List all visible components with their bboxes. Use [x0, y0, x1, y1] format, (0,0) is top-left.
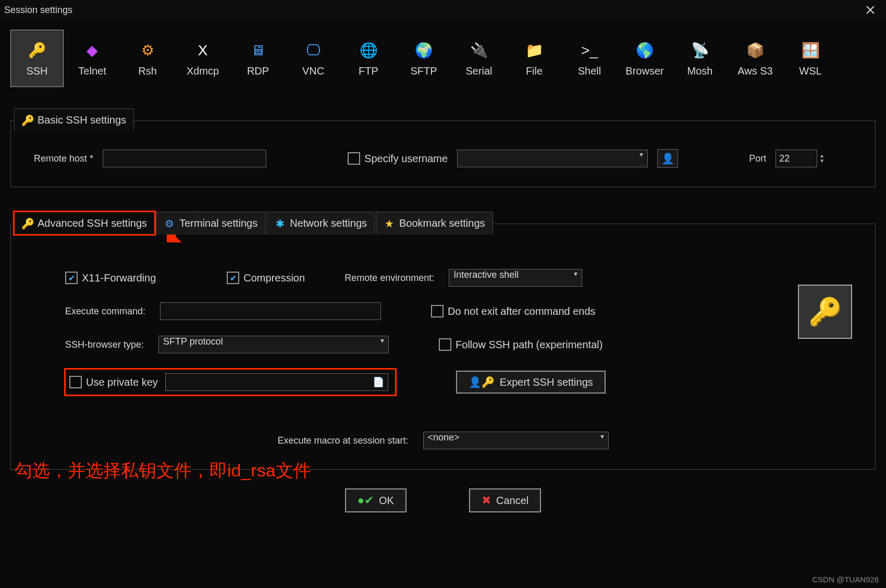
protocol-sftp[interactable]: 🌍SFTP — [397, 30, 450, 87]
protocol-icon: 🔑 — [27, 40, 47, 61]
tab-advanced-ssh[interactable]: 🔑 Advanced SSH settings — [14, 212, 155, 235]
checkbox-icon — [227, 272, 239, 284]
protocol-label: RDP — [247, 65, 269, 77]
protocol-label: Mosh — [687, 65, 713, 77]
protocol-vnc[interactable]: 🖵VNC — [287, 30, 340, 87]
remote-env-label: Remote environment: — [344, 273, 434, 284]
key-illustration: 🔑 — [798, 285, 852, 339]
credentials-button[interactable]: 👤 — [657, 149, 678, 168]
compression-checkbox[interactable]: Compression — [227, 272, 305, 284]
specify-username-checkbox[interactable]: Specify username — [348, 152, 448, 165]
execute-command-input[interactable] — [160, 302, 381, 320]
file-icon[interactable]: 📄 — [373, 376, 384, 388]
advanced-group: 🔑 Advanced SSH settings ⚙ Terminal setti… — [10, 224, 876, 470]
protocol-file[interactable]: 📁File — [508, 30, 561, 87]
protocol-icon: 🌐 — [358, 40, 379, 61]
protocol-icon: 📦 — [745, 40, 766, 61]
tab-network-settings[interactable]: ✱ Network settings — [266, 212, 375, 235]
execute-command-label: Execute command: — [65, 306, 145, 317]
checkbox-icon — [69, 376, 82, 388]
user-key-icon: 👤🔑 — [469, 376, 495, 388]
checkbox-icon — [348, 152, 360, 165]
protocol-ftp[interactable]: 🌐FTP — [342, 30, 395, 87]
protocol-icon: X — [192, 40, 213, 61]
user-key-icon: 👤 — [661, 152, 674, 165]
protocol-icon: 🖥 — [248, 40, 268, 61]
network-icon: ✱ — [274, 218, 286, 229]
protocol-wsl[interactable]: 🪟WSL — [784, 30, 837, 87]
window-title: Session settings — [4, 5, 72, 16]
basic-ssh-group: 🔑 Basic SSH settings Remote host * Speci… — [10, 120, 876, 187]
execute-macro-label: Execute macro at session start: — [277, 435, 408, 446]
protocol-telnet[interactable]: ◆Telnet — [66, 30, 119, 87]
no-exit-checkbox[interactable]: Do not exit after command ends — [431, 305, 595, 317]
tab-label: Basic SSH settings — [38, 114, 126, 126]
remote-host-label: Remote host * — [34, 153, 93, 164]
protocol-rsh[interactable]: ⚙Rsh — [121, 30, 174, 87]
checkbox-icon — [439, 338, 451, 351]
close-button[interactable] — [859, 2, 882, 18]
protocol-serial[interactable]: 🔌Serial — [452, 30, 506, 87]
protocol-aws-s3[interactable]: 📦Aws S3 — [729, 30, 782, 87]
protocol-label: WSL — [799, 65, 821, 77]
protocol-icon: ◆ — [82, 40, 103, 61]
protocol-row: 🔑SSH◆Telnet⚙RshXXdmcp🖥RDP🖵VNC🌐FTP🌍SFTP🔌S… — [10, 30, 876, 87]
protocol-label: SFTP — [410, 65, 437, 77]
key-icon: 🔑 — [22, 115, 33, 126]
protocol-mosh[interactable]: 📡Mosh — [673, 30, 727, 87]
protocol-label: Xdmcp — [187, 65, 219, 77]
check-circle-icon: ●✔ — [358, 494, 374, 507]
protocol-label: VNC — [302, 65, 324, 77]
protocol-label: Rsh — [138, 65, 157, 77]
remote-env-select[interactable]: Interactive shell — [449, 269, 582, 287]
checkbox-icon — [65, 272, 78, 284]
protocol-xdmcp[interactable]: XXdmcp — [176, 30, 229, 87]
protocol-label: Aws S3 — [737, 65, 772, 77]
protocol-icon: ⚙ — [137, 40, 158, 61]
tab-basic-ssh[interactable]: 🔑 Basic SSH settings — [14, 108, 134, 131]
ok-button[interactable]: ●✔ OK — [345, 488, 407, 512]
execute-macro-select[interactable]: <none> — [423, 432, 609, 449]
protocol-ssh[interactable]: 🔑SSH — [10, 30, 64, 87]
follow-ssh-path-checkbox[interactable]: Follow SSH path (experimental) — [439, 338, 602, 351]
tab-bookmark-settings[interactable]: ★ Bookmark settings — [376, 212, 493, 235]
gear-icon: ⚙ — [164, 218, 175, 229]
protocol-icon: 🔌 — [469, 40, 489, 61]
checkbox-icon — [431, 305, 444, 317]
expert-ssh-settings-button[interactable]: 👤🔑 Expert SSH settings — [456, 371, 606, 394]
protocol-icon: 🪟 — [800, 40, 821, 61]
x11-forwarding-checkbox[interactable]: X11-Forwarding — [65, 272, 156, 284]
key-icon: 🔑 — [808, 296, 842, 328]
star-icon: ★ — [384, 218, 395, 229]
port-input[interactable] — [776, 150, 817, 167]
protocol-label: File — [526, 65, 543, 77]
cross-circle-icon: ✖ — [482, 494, 491, 507]
port-spinner[interactable]: ▲▼ — [776, 150, 825, 167]
protocol-icon: 📁 — [524, 40, 545, 61]
protocol-label: Serial — [465, 65, 492, 77]
close-icon — [866, 5, 875, 15]
protocol-icon: 🌎 — [634, 40, 655, 61]
ssh-browser-type-label: SSH-browser type: — [65, 339, 144, 350]
protocol-label: Shell — [578, 65, 601, 77]
private-key-path-input[interactable] — [165, 373, 388, 391]
protocol-browser[interactable]: 🌎Browser — [618, 30, 671, 87]
protocol-label: SSH — [26, 65, 47, 77]
watermark: CSDN @TUAN926 — [812, 575, 879, 584]
protocol-icon: 🌍 — [413, 40, 434, 61]
username-select[interactable] — [457, 150, 648, 167]
protocol-shell[interactable]: >_Shell — [563, 30, 616, 87]
annotation-text: 勾选，并选择私钥文件，即id_rsa文件 — [15, 459, 311, 483]
ssh-browser-type-select[interactable]: SFTP protocol — [158, 336, 389, 353]
remote-host-input[interactable] — [103, 150, 266, 167]
cancel-button[interactable]: ✖ Cancel — [469, 488, 541, 512]
protocol-rdp[interactable]: 🖥RDP — [231, 30, 285, 87]
protocol-icon: >_ — [579, 40, 600, 61]
protocol-label: Browser — [625, 65, 663, 77]
protocol-icon: 📡 — [690, 40, 710, 61]
tab-terminal-settings[interactable]: ⚙ Terminal settings — [156, 212, 265, 235]
use-private-key-checkbox[interactable]: Use private key — [69, 376, 158, 388]
protocol-label: Telnet — [78, 65, 106, 77]
protocol-icon: 🖵 — [303, 40, 324, 61]
key-icon: 🔑 — [22, 218, 33, 229]
